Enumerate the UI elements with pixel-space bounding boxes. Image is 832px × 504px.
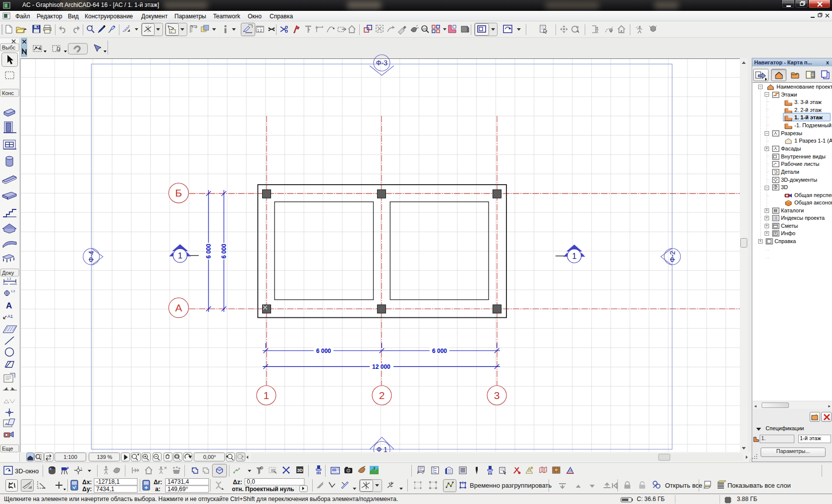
svg-text:отн. Проектный нуль: отн. Проектный нуль <box>232 486 294 493</box>
svg-text:3: 3 <box>494 390 500 401</box>
svg-text:A1: A1 <box>7 314 13 319</box>
svg-text:-12718,1: -12718,1 <box>96 478 120 485</box>
svg-text:а:: а: <box>155 486 161 493</box>
svg-text:1,2: 1,2 <box>11 290 15 293</box>
svg-text:6 000: 6 000 <box>221 244 227 258</box>
svg-text:6 000: 6 000 <box>205 244 212 258</box>
svg-text:1: 1 <box>263 390 269 401</box>
svg-text:Δr:: Δr: <box>154 479 162 486</box>
svg-text:Еще: Еще <box>2 446 13 452</box>
svg-text:А: А <box>175 302 182 313</box>
svg-text:Δy:: Δy: <box>82 486 92 493</box>
svg-text:Ф-3: Ф-3 <box>376 59 388 67</box>
svg-text:149,69°: 149,69° <box>167 486 188 493</box>
svg-text:Δx:: Δx: <box>82 479 92 486</box>
svg-text:3D-окно: 3D-окно <box>15 467 39 475</box>
svg-text:x:: x: <box>170 30 173 33</box>
svg-text:Конс: Конс <box>2 90 14 96</box>
svg-text:1 2: 1 2 <box>7 277 11 280</box>
svg-text:100: 100 <box>422 27 427 30</box>
svg-text:Ф-2: Ф-2 <box>668 251 676 262</box>
svg-text:1: 1 <box>178 251 182 260</box>
svg-text:7434,1: 7434,1 <box>96 486 114 493</box>
svg-text:1:100: 1:100 <box>63 454 77 460</box>
svg-text:Выбс: Выбс <box>2 45 15 50</box>
svg-text:Ф-4: Ф-4 <box>87 251 95 262</box>
svg-text:Б: Б <box>175 187 182 199</box>
svg-text:1 2: 1 2 <box>257 29 262 32</box>
svg-text:0,00°: 0,00° <box>203 454 216 460</box>
svg-text:Открыть все: Открыть все <box>665 482 702 489</box>
svg-text:2: 2 <box>379 390 385 401</box>
svg-text:6 000: 6 000 <box>432 348 447 354</box>
svg-text:A: A <box>6 301 12 310</box>
svg-text:Временно разгруппировать: Временно разгруппировать <box>470 482 552 489</box>
svg-text:0,0: 0,0 <box>247 478 255 485</box>
svg-text:Δz:: Δz: <box>233 479 242 486</box>
svg-text:3D: 3D <box>297 468 303 473</box>
svg-text:14731,4: 14731,4 <box>167 478 189 485</box>
svg-text:139 %: 139 % <box>97 454 112 460</box>
svg-text:Показывать все слои: Показывать все слои <box>727 482 791 489</box>
svg-text:6 000: 6 000 <box>316 348 331 354</box>
svg-text:Доку: Доку <box>2 270 14 276</box>
svg-text:12 000: 12 000 <box>372 363 390 370</box>
svg-text:1: 1 <box>572 252 576 261</box>
